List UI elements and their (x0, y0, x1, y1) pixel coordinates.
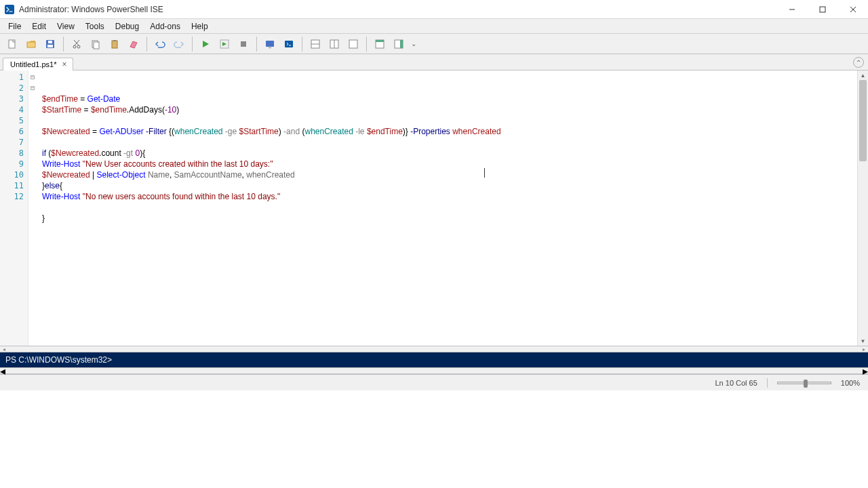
minimize-button[interactable] (776, 0, 807, 19)
paste-button[interactable] (106, 36, 123, 52)
menu-tools[interactable]: Tools (80, 19, 110, 33)
new-file-button[interactable] (4, 36, 20, 52)
code-line: $endTime = Get-Date (42, 94, 865, 104)
splitter-left-icon: ◂ (0, 346, 8, 352)
code-line: Write-Host "No new users accounts found … (42, 191, 865, 202)
clear-console-button[interactable] (125, 36, 142, 52)
tab-close-button[interactable]: × (61, 60, 68, 69)
show-script-pane-right-button[interactable] (326, 36, 342, 52)
copy-button[interactable] (87, 36, 104, 52)
run-selection-button[interactable] (216, 36, 233, 52)
tab-label: Untitled1.ps1* (10, 60, 57, 68)
maximize-button[interactable] (807, 0, 837, 19)
start-powershell-button[interactable] (281, 36, 297, 52)
svg-rect-19 (241, 41, 246, 47)
svg-line-12 (75, 40, 79, 45)
toolbar: ⌄ (0, 34, 868, 54)
app-icon (4, 4, 15, 15)
toolbar-separator (366, 37, 367, 52)
editor-scrollbar[interactable]: ▲ ▼ (857, 70, 868, 346)
save-file-button[interactable] (42, 36, 58, 52)
window-title: Administrator: Windows PowerShell ISE (19, 5, 776, 14)
svg-rect-22 (285, 41, 293, 47)
status-right: Ln 10 Col 65 100% (715, 378, 868, 388)
show-script-pane-top-button[interactable] (307, 36, 323, 52)
zoom-slider[interactable] (777, 382, 831, 384)
menu-addons[interactable]: Add-ons (144, 19, 186, 33)
svg-point-11 (77, 45, 80, 48)
run-script-button[interactable] (197, 36, 214, 52)
code-line (42, 137, 865, 148)
pane-splitter[interactable]: ◂ ▸ (0, 346, 868, 352)
svg-rect-16 (112, 41, 117, 48)
svg-rect-2 (820, 7, 825, 12)
expand-script-pane-button[interactable]: ⌃ (853, 57, 864, 68)
toolbar-overflow-icon[interactable]: ⌄ (410, 40, 416, 47)
show-command-addon-button[interactable] (391, 36, 407, 52)
console-pane[interactable]: PS C:\WINDOWS\system32> (0, 352, 868, 367)
console-prompt: PS C:\WINDOWS\system32> (5, 355, 112, 365)
code-line: } (42, 213, 865, 224)
svg-rect-9 (47, 45, 53, 47)
titlebar: Administrator: Windows PowerShell ISE (0, 0, 868, 19)
status-separator (767, 378, 768, 388)
menu-help[interactable]: Help (186, 19, 214, 33)
menu-debug[interactable]: Debug (110, 19, 144, 33)
svg-rect-27 (349, 40, 357, 48)
svg-rect-15 (94, 42, 99, 49)
svg-rect-8 (48, 41, 52, 43)
code-line (42, 202, 865, 213)
menu-edit[interactable]: Edit (26, 19, 52, 33)
new-remote-tab-button[interactable] (262, 36, 278, 52)
toolbar-separator (192, 37, 193, 52)
show-script-pane-max-button[interactable] (345, 36, 361, 52)
code-line: if ($Newcreated.count -gt 0){ (42, 148, 865, 159)
menubar: File Edit View Tools Debug Add-ons Help (0, 19, 868, 34)
open-file-button[interactable] (23, 36, 39, 52)
code-line: Write-Host "New User accounts created wi… (42, 159, 865, 169)
cursor-position: Ln 10 Col 65 (715, 379, 757, 387)
text-cursor (484, 168, 485, 178)
code-line: $Newcreated = Get-ADUser -Filter {(whenC… (42, 126, 865, 137)
zoom-level: 100% (841, 379, 860, 387)
splitter-right-icon: ▸ (860, 346, 868, 352)
line-gutter: 123456789101112 (0, 70, 28, 346)
svg-rect-21 (269, 47, 271, 48)
undo-button[interactable] (152, 36, 168, 52)
svg-point-10 (73, 45, 76, 48)
svg-line-13 (74, 40, 79, 45)
toolbar-separator (256, 37, 257, 52)
script-editor[interactable]: 123456789101112 ⊟⊟ $endTime = Get-Date$S… (0, 70, 868, 346)
svg-rect-20 (266, 41, 274, 47)
code-line: $StartTime = $endTime.AddDays(-10) (42, 104, 865, 115)
fold-column: ⊟⊟ (28, 70, 37, 346)
cut-button[interactable] (68, 36, 85, 52)
toolbar-separator (146, 37, 147, 52)
close-button[interactable] (837, 0, 868, 19)
scroll-down-icon[interactable]: ▼ (858, 336, 868, 346)
svg-rect-17 (113, 40, 116, 41)
script-tab[interactable]: Untitled1.ps1* × (3, 58, 73, 70)
svg-rect-29 (376, 40, 384, 42)
toolbar-separator (302, 37, 302, 52)
code-area[interactable]: $endTime = Get-Date$StartTime = $endTime… (37, 70, 868, 346)
code-line (42, 115, 865, 126)
scroll-thumb[interactable] (859, 80, 867, 161)
code-line: }else{ (42, 180, 865, 191)
menu-file[interactable]: File (3, 19, 26, 33)
show-command-button[interactable] (372, 36, 388, 52)
code-line: $Newcreated | Select-Object Name, SamAcc… (42, 169, 865, 180)
svg-rect-5 (9, 40, 15, 48)
stop-button[interactable] (235, 36, 252, 52)
tabbar: Untitled1.ps1* × ⌃ (0, 54, 868, 70)
toolbar-separator (63, 37, 64, 52)
window-controls (776, 0, 868, 18)
console-bottom-splitter[interactable]: ◂ ▸ (0, 367, 868, 374)
redo-button[interactable] (171, 36, 187, 52)
scroll-up-icon[interactable]: ▲ (858, 70, 868, 80)
svg-rect-6 (27, 42, 35, 47)
svg-rect-0 (5, 5, 14, 14)
svg-rect-31 (400, 40, 403, 48)
menu-view[interactable]: View (52, 19, 80, 33)
statusbar: Ln 10 Col 65 100% (0, 374, 868, 390)
